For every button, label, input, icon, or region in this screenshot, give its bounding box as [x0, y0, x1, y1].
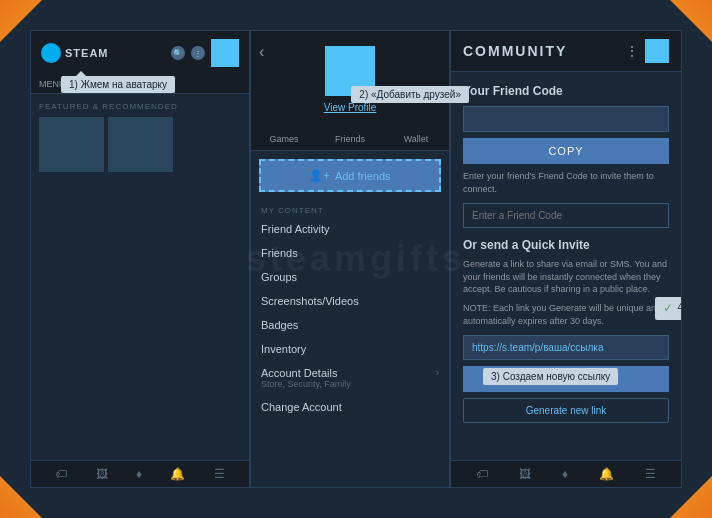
menu-item-change-account[interactable]: Change Account [251, 395, 449, 419]
steam-header: STEAM 🔍 ⋮ [31, 31, 249, 75]
community-header-right: ⋮ [625, 39, 669, 63]
menu-item-change-account-label: Change Account [261, 401, 342, 413]
steam-bottom-bar: 🏷 🖼 ♦ 🔔 ☰ [31, 460, 249, 487]
more-icon[interactable]: ⋮ [191, 46, 205, 60]
tab-wallet[interactable]: Wallet [383, 128, 449, 150]
search-icon[interactable]: 🔍 [171, 46, 185, 60]
check-icon: ✓ [663, 300, 673, 317]
menu-item-account[interactable]: Account Details › Store, Security, Famil… [251, 361, 449, 395]
menu-item-inventory-label: Inventory [261, 343, 306, 355]
steam-logo: STEAM [41, 43, 109, 63]
steam-main-area: FEATURED & RECOMMENDED [31, 94, 249, 244]
add-friends-icon: 👤+ [309, 169, 329, 182]
add-friends-label: Add friends [335, 170, 391, 182]
menu-item-badges[interactable]: Badges [251, 313, 449, 337]
menu-item-groups[interactable]: Groups [251, 265, 449, 289]
tooltip-copy-new-link: ✓ 4) Копируем новую ссылку [655, 297, 681, 320]
community-bottom-icon-5[interactable]: ☰ [645, 467, 656, 481]
community-bottom-icon-4[interactable]: 🔔 [599, 467, 614, 481]
menu-item-screenshots-label: Screenshots/Videos [261, 295, 359, 307]
featured-section: FEATURED & RECOMMENDED [31, 94, 249, 180]
tab-games[interactable]: Games [251, 128, 317, 150]
profile-tabs: Games Friends Wallet [251, 128, 449, 151]
generate-new-link-button[interactable]: Generate new link [463, 398, 669, 423]
menu-item-friends[interactable]: Friends [251, 241, 449, 265]
add-friends-button[interactable]: 👤+ Add friends [259, 159, 441, 192]
main-container: STEAM 🔍 ⋮ MENU▾ WISHLIST WALLET 1) Жмем … [30, 30, 682, 488]
tooltip-copy-label: 4) Копируем новую ссылку [677, 301, 681, 315]
steam-logo-text: STEAM [65, 47, 109, 59]
menu-item-screenshots[interactable]: Screenshots/Videos [251, 289, 449, 313]
community-bottom-icon-2[interactable]: 🖼 [519, 467, 531, 481]
generate-link-area: 3) Создаем новую ссылку Generate new lin… [463, 398, 669, 423]
community-header: COMMUNITY ⋮ [451, 31, 681, 72]
community-bottom-bar: 🏷 🖼 ♦ 🔔 ☰ [451, 460, 681, 487]
friend-code-section: Your Friend Code COPY Enter your friend'… [451, 72, 681, 460]
note-text: NOTE: Each link you Generate will be uni… [463, 302, 669, 327]
featured-image-1 [39, 117, 104, 172]
generated-link-display[interactable] [463, 335, 669, 360]
view-profile-button[interactable]: View Profile [324, 102, 377, 113]
friend-code-title: Your Friend Code [463, 84, 669, 98]
community-bottom-icon-3[interactable]: ♦ [562, 467, 568, 481]
back-button[interactable]: ‹ [259, 43, 264, 61]
community-more-icon[interactable]: ⋮ [625, 43, 639, 59]
community-panel: COMMUNITY ⋮ Your Friend Code COPY Enter … [450, 30, 682, 488]
menu-item-friend-activity-label: Friend Activity [261, 223, 329, 235]
tooltip-click-avatar: 1) Жмем на аватарку [61, 76, 175, 93]
featured-label: FEATURED & RECOMMENDED [39, 102, 241, 111]
user-avatar[interactable] [211, 39, 239, 67]
my-content-label: MY CONTENT [251, 200, 449, 217]
community-title: COMMUNITY [463, 43, 567, 59]
copy-friend-code-button[interactable]: COPY [463, 138, 669, 164]
tooltip-generate-link: 3) Создаем новую ссылку [483, 368, 618, 385]
menu-item-account-sub: Store, Security, Family [261, 379, 351, 389]
steam-header-icons: 🔍 ⋮ [171, 39, 239, 67]
bottom-icon-3[interactable]: ♦ [136, 467, 142, 481]
menu-item-friend-activity[interactable]: Friend Activity [251, 217, 449, 241]
community-bottom-icon-1[interactable]: 🏷 [476, 467, 488, 481]
friend-code-hint: Enter your friend's Friend Code to invit… [463, 170, 669, 195]
menu-item-badges-label: Badges [261, 319, 298, 331]
bottom-icon-4[interactable]: 🔔 [170, 467, 185, 481]
featured-images [39, 117, 241, 172]
tab-friends[interactable]: Friends [317, 128, 383, 150]
menu-item-inventory[interactable]: Inventory [251, 337, 449, 361]
or-send-title: Or send a Quick Invite [463, 238, 669, 252]
profile-dropdown-panel: ‹ View Profile 2) «Добавить друзей» Game… [250, 30, 450, 488]
steam-client-panel: STEAM 🔍 ⋮ MENU▾ WISHLIST WALLET 1) Жмем … [30, 30, 250, 488]
bottom-icon-2[interactable]: 🖼 [96, 467, 108, 481]
tooltip-add-friends: 2) «Добавить друзей» [351, 86, 469, 103]
menu-item-groups-label: Groups [261, 271, 297, 283]
community-avatar [645, 39, 669, 63]
quick-invite-description: Generate a link to share via email or SM… [463, 258, 669, 296]
menu-item-account-label: Account Details [261, 367, 337, 379]
bottom-icon-5[interactable]: ☰ [214, 467, 225, 481]
chevron-right-icon: › [436, 367, 439, 379]
steam-icon [41, 43, 61, 63]
featured-image-2 [108, 117, 173, 172]
profile-avatar-area: View Profile 2) «Добавить друзей» [251, 31, 449, 128]
friend-code-input[interactable] [463, 106, 669, 132]
bottom-icon-1[interactable]: 🏷 [55, 467, 67, 481]
menu-item-friends-label: Friends [261, 247, 298, 259]
enter-friend-code-input[interactable] [463, 203, 669, 228]
